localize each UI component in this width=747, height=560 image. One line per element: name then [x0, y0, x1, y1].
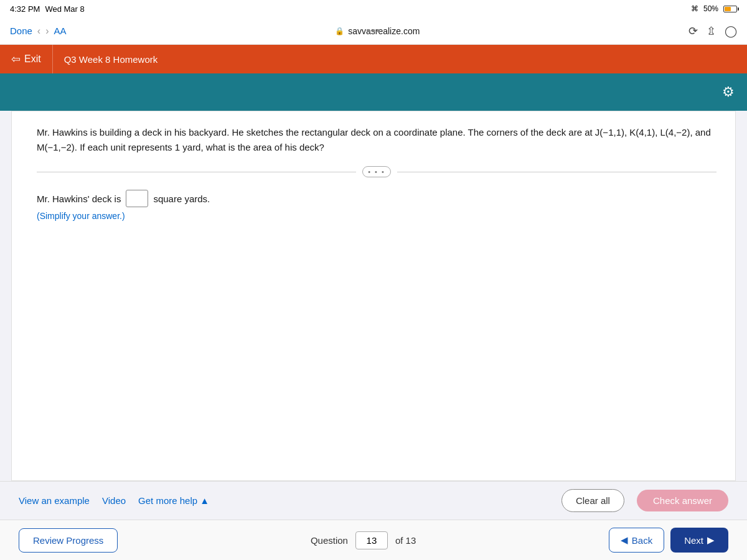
exit-button[interactable]: ⇦ Exit	[0, 45, 53, 73]
nav-footer: Review Progress Question of 13 ◀ Back Ne…	[0, 520, 747, 560]
status-bar: 4:32 PM Wed Mar 8 ⌘ 50%	[0, 0, 747, 17]
get-more-help-link[interactable]: Get more help ▲	[138, 495, 209, 506]
reload-icon[interactable]: ⟳	[688, 24, 698, 38]
answer-input[interactable]	[126, 190, 148, 207]
browser-actions: ⟳ ⇫ ◯	[688, 24, 737, 38]
check-answer-button[interactable]: Check answer	[637, 490, 728, 511]
aa-button[interactable]: AA	[54, 26, 67, 36]
clear-all-button[interactable]: Clear all	[561, 489, 624, 512]
divider: • • •	[37, 166, 716, 177]
battery-icon	[723, 6, 737, 12]
divider-line-right	[397, 172, 716, 172]
browser-bar: Done ‹ › AA 🔒 savvasrealize.com ⟳ ⇫ ◯	[0, 17, 747, 45]
browser-navigation: Done ‹ › AA	[10, 26, 67, 37]
gear-icon[interactable]: ⚙	[722, 84, 735, 100]
exit-label: Exit	[24, 54, 41, 65]
forward-arrow-icon[interactable]: ›	[45, 26, 49, 37]
answer-suffix: square yards.	[153, 194, 210, 204]
next-button[interactable]: Next ▶	[670, 528, 728, 553]
exit-bar: ⇦ Exit Q3 Week 8 Homework	[0, 45, 747, 73]
divider-dots: • • •	[362, 166, 391, 177]
answer-row: Mr. Hawkins' deck is square yards.	[37, 190, 716, 207]
compass-icon[interactable]: ◯	[725, 24, 737, 38]
question-label: Question	[311, 535, 348, 546]
assignment-title: Q3 Week 8 Homework	[53, 54, 158, 65]
simplify-note: (Simplify your answer.)	[37, 211, 716, 221]
teal-header: ⚙	[0, 73, 747, 111]
divider-line-left	[37, 172, 356, 172]
url-text: savvasrealize.com	[348, 26, 420, 36]
view-example-link[interactable]: View an example	[19, 495, 90, 506]
back-label: Back	[632, 535, 652, 546]
share-icon[interactable]: ⇫	[707, 24, 716, 38]
next-arrow-icon: ▶	[707, 534, 715, 546]
bottom-toolbar: View an example Video Get more help ▲ Cl…	[0, 481, 747, 520]
question-nav: Question of 13	[118, 531, 608, 549]
dots-menu	[367, 29, 380, 32]
question-text: Mr. Hawkins is building a deck in his ba…	[37, 125, 716, 155]
exit-arrow-icon: ⇦	[11, 52, 21, 66]
done-button[interactable]: Done	[10, 26, 32, 36]
date-display: Wed Mar 8	[45, 4, 84, 14]
battery-percentage: 50%	[703, 4, 718, 13]
back-button[interactable]: ◀ Back	[609, 528, 664, 553]
answer-prefix: Mr. Hawkins' deck is	[37, 194, 121, 204]
next-label: Next	[684, 535, 703, 546]
review-progress-button[interactable]: Review Progress	[19, 528, 118, 553]
time-display: 4:32 PM	[10, 4, 40, 14]
back-arrow-icon: ◀	[621, 534, 628, 546]
question-number-input[interactable]	[355, 531, 388, 549]
question-total: of 13	[395, 535, 416, 546]
main-content: Mr. Hawkins is building a deck in his ba…	[11, 111, 736, 481]
video-link[interactable]: Video	[102, 495, 126, 506]
back-arrow-icon[interactable]: ‹	[37, 26, 40, 37]
lock-icon: 🔒	[335, 27, 344, 35]
nav-buttons: ◀ Back Next ▶	[609, 528, 728, 553]
wifi-icon: ⌘	[691, 4, 698, 13]
